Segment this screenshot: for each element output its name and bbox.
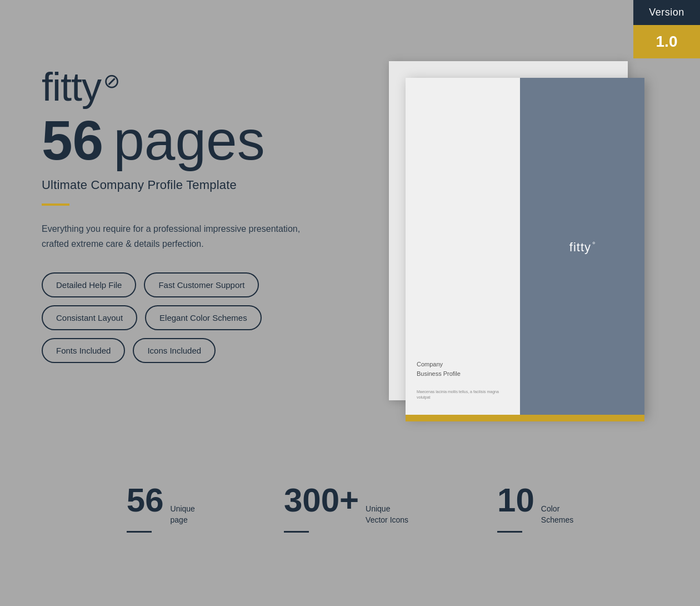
- mockup-gold-bar: [406, 415, 644, 421]
- mockup-company-info: Company Business Profile: [417, 360, 509, 378]
- mockup-company-line2: Business Profile: [417, 369, 509, 379]
- tags-container: Detailed Help File Fast Customer Support…: [42, 272, 353, 363]
- divider: [42, 203, 69, 206]
- stat-number-colors: 10: [497, 484, 534, 517]
- stat-label-pages: Unique page: [171, 504, 195, 525]
- brand-symbol: ⊘: [103, 71, 119, 91]
- stat-row-colors: 10 Color Schemes: [497, 484, 573, 525]
- mockup-body-text: Maecenas lacinia mollis tellus, a facili…: [417, 389, 509, 400]
- mockup-wrapper: Company Business Profile Maecenas lacini…: [389, 61, 644, 417]
- tag-consistent-layout: Consistant Layout: [42, 305, 137, 330]
- mockup-brand-symbol: °: [592, 240, 596, 249]
- brand-text: fitty: [42, 67, 101, 107]
- left-panel: fitty⊘ 56 pages Ultimate Company Profile…: [42, 56, 353, 363]
- stat-underline-pages: [127, 531, 152, 533]
- stat-item-icons: 300+ Unique Vector Icons: [239, 484, 453, 533]
- stat-row-pages: 56 Unique page: [127, 484, 195, 525]
- stat-label-icons: Unique Vector Icons: [366, 504, 408, 525]
- description: Everything you require for a professiona…: [42, 221, 308, 251]
- stat-row-icons: 300+ Unique Vector Icons: [284, 484, 408, 525]
- mockup-front-page: Company Business Profile Maecenas lacini…: [406, 78, 644, 417]
- stat-item-colors: 10 Color Schemes: [453, 484, 618, 533]
- brand-name-display: fitty⊘: [42, 67, 353, 107]
- mockup-right-column: fitty°: [520, 78, 644, 417]
- version-badge: Version 1.0: [633, 0, 700, 58]
- pages-label: pages: [113, 112, 264, 168]
- main-content: fitty⊘ 56 pages Ultimate Company Profile…: [0, 0, 700, 450]
- stat-number-pages: 56: [127, 484, 164, 517]
- stat-underline-icons: [284, 531, 309, 533]
- stat-number-icons: 300+: [284, 484, 359, 517]
- stat-item-pages: 56 Unique page: [82, 484, 239, 533]
- stat-underline-colors: [497, 531, 522, 533]
- mockup-company-line1: Company: [417, 360, 509, 369]
- stats-section: 56 Unique page 300+ Unique Vector Icons …: [0, 461, 700, 549]
- tag-detailed-help: Detailed Help File: [42, 272, 136, 297]
- tag-fast-support: Fast Customer Support: [144, 272, 259, 297]
- tag-fonts-included: Fonts Included: [42, 338, 125, 363]
- tag-elegant-colors: Elegant Color Schemes: [145, 305, 262, 330]
- version-number: 1.0: [633, 25, 700, 58]
- tag-icons-included: Icons Included: [133, 338, 216, 363]
- mockup-left-column: Company Business Profile Maecenas lacini…: [406, 78, 520, 417]
- pages-line: 56 pages: [42, 112, 353, 168]
- pages-count: 56: [42, 112, 103, 168]
- mockup-brand-name: fitty: [569, 240, 591, 255]
- stat-label-colors: Color Schemes: [541, 504, 573, 525]
- subtitle: Ultimate Company Profile Template: [42, 178, 353, 192]
- version-label: Version: [633, 0, 700, 25]
- right-panel: Company Business Profile Maecenas lacini…: [375, 56, 658, 417]
